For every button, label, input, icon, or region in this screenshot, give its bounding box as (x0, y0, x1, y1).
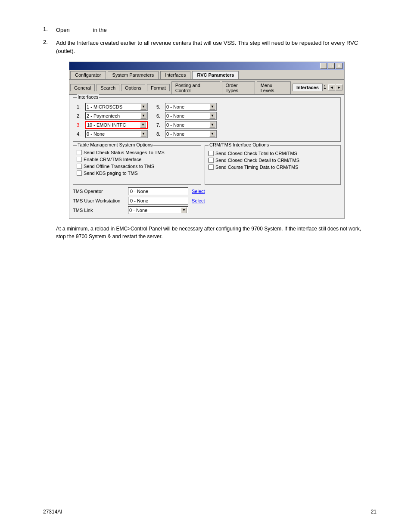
crm-checkbox-1-box[interactable] (209, 151, 214, 156)
tab-system-parameters[interactable]: System Parameters (108, 71, 159, 79)
iface-row-2: 2. 2 - Paymentech ▼ (77, 112, 148, 120)
tab-bar-row2: General Search Options Format Posting an… (69, 80, 344, 95)
crm-checkbox-2: Send Closed Check Detail to CRM/TMS (209, 158, 337, 163)
tms-checkbox-2-box[interactable] (77, 157, 82, 162)
dialog-titlebar: _ □ × (69, 62, 344, 70)
interfaces-right-col: 5. 0 - None ▼ 6. 0 - None (156, 103, 217, 138)
iface-select-4[interactable]: 0 - None ▼ (85, 130, 148, 138)
iface-select-6-value: 0 - None (166, 113, 184, 118)
iface-select-3-arrow[interactable]: ▼ (140, 122, 146, 128)
iface-select-1[interactable]: 1 - MICROSCDS ▼ (85, 103, 148, 111)
tms-link-select-arrow[interactable]: ▼ (181, 207, 187, 213)
tab-format[interactable]: Format (147, 84, 170, 91)
iface-row-4: 4. 0 - None ▼ (77, 130, 148, 138)
crm-options-group: CRM/TMS Interface Options Send Closed Ch… (205, 145, 341, 185)
crm-checkboxes-container: Send Closed Check Total to CRM/TMS Send … (209, 151, 337, 170)
nav-next-button[interactable]: ► (336, 84, 342, 90)
tms-options-label: Table Management System Options (77, 142, 153, 147)
crm-checkbox-1: Send Closed Check Total to CRM/TMS (209, 151, 337, 156)
crm-checkbox-2-label: Send Closed Check Detail to CRM/TMS (215, 158, 299, 163)
tms-link-row: TMS Link 0 - None ▼ (73, 206, 341, 214)
dialog-screenshot: _ □ × Configurator System Parameters Int… (56, 62, 377, 219)
tms-checkbox-1-box[interactable] (77, 150, 82, 155)
iface-select-8-value: 0 - None (166, 131, 184, 137)
iface-select-6-arrow[interactable]: ▼ (209, 113, 215, 119)
iface-select-3[interactable]: 10 - EMON INTFC ▼ (85, 121, 148, 129)
iface-select-2-value: 2 - Paymentech (87, 113, 120, 118)
iface-select-5-value: 0 - None (166, 104, 184, 109)
crm-checkbox-3-label: Send Course Timing Data to CRM/TMS (215, 165, 299, 170)
nav-prev-button[interactable]: ◄ (328, 84, 335, 90)
crm-checkbox-3-box[interactable] (209, 165, 214, 170)
maximize-button[interactable]: □ (328, 63, 335, 69)
iface-select-1-arrow[interactable]: ▼ (140, 104, 146, 110)
tms-checkbox-1-label: Send Check Status Messages To TMS (84, 150, 165, 155)
tms-checkbox-4-box[interactable] (77, 171, 82, 176)
tms-checkbox-2-label: Enable CRM/TMS Interface (84, 157, 142, 162)
tab-order-types[interactable]: Order Types (222, 81, 255, 94)
page: 1. Open in the 2. Add the Interface crea… (0, 0, 411, 532)
page-footer: 27314AI 21 (43, 509, 377, 515)
iface-select-8[interactable]: 0 - None ▼ (165, 130, 217, 138)
tms-operator-select-link[interactable]: Select (192, 189, 205, 194)
step-1-number: 1. (43, 26, 56, 32)
minimize-button[interactable]: _ (320, 63, 327, 69)
crm-checkbox-3: Send Course Timing Data to CRM/TMS (209, 165, 337, 170)
crm-options-label: CRM/TMS Interface Options (209, 142, 270, 147)
iface-select-6[interactable]: 0 - None ▼ (165, 112, 217, 120)
iface-select-5[interactable]: 0 - None ▼ (165, 103, 217, 111)
iface-num-4: 4. (77, 131, 84, 137)
tms-operator-input[interactable] (128, 187, 188, 195)
iface-row-1: 1. 1 - MICROSCDS ▼ (77, 103, 148, 111)
tab-menu-levels[interactable]: Menu Levels (257, 81, 291, 94)
tms-workstation-input[interactable] (128, 197, 188, 205)
page-footer-left: 27314AI (43, 509, 62, 515)
iface-select-7[interactable]: 0 - None ▼ (165, 121, 217, 129)
tab-rvc-parameters[interactable]: RVC Parameters (192, 71, 239, 79)
tms-checkbox-1: Send Check Status Messages To TMS (77, 150, 197, 155)
iface-select-4-value: 0 - None (87, 131, 105, 137)
iface-select-7-arrow[interactable]: ▼ (209, 122, 215, 128)
tms-link-label: TMS Link (73, 208, 125, 213)
iface-select-5-arrow[interactable]: ▼ (209, 104, 215, 110)
interfaces-group: Interfaces 1. 1 - MICROSCDS ▼ (73, 97, 341, 142)
iface-select-2[interactable]: 2 - Paymentech ▼ (85, 112, 148, 120)
tms-link-select-value: 0 - None (129, 208, 147, 213)
tab-search[interactable]: Search (97, 84, 119, 91)
tab-interfaces-row2[interactable]: Interfaces (293, 84, 323, 91)
tab-general[interactable]: General (70, 84, 95, 91)
iface-select-4-arrow[interactable]: ▼ (140, 131, 146, 137)
tms-checkbox-2: Enable CRM/TMS Interface (77, 157, 197, 162)
iface-row-5: 5. 0 - None ▼ (156, 103, 217, 111)
iface-num-1: 1. (77, 104, 84, 109)
interfaces-group-label: Interfaces (77, 94, 99, 100)
tab-number: 1 (324, 84, 326, 90)
step-1: 1. Open in the (43, 26, 377, 34)
step-1-text: Open in the (56, 26, 107, 34)
tab-configurator[interactable]: Configurator (70, 71, 106, 79)
step-2: 2. Add the Interface created earlier to … (43, 39, 377, 56)
iface-num-2: 2. (77, 113, 84, 118)
iface-select-8-arrow[interactable]: ▼ (209, 131, 215, 137)
tms-link-select[interactable]: 0 - None ▼ (128, 206, 188, 214)
iface-row-6: 6. 0 - None ▼ (156, 112, 217, 120)
tms-checkbox-3-box[interactable] (77, 164, 82, 169)
iface-select-2-arrow[interactable]: ▼ (140, 113, 146, 119)
tab-interfaces[interactable]: Interfaces (160, 71, 190, 79)
tms-workstation-select-link[interactable]: Select (192, 198, 205, 203)
interfaces-left-col: 1. 1 - MICROSCDS ▼ 2. 2 - Paymente (77, 103, 148, 138)
iface-row-3: 3. 10 - EMON INTFC ▼ (77, 121, 148, 129)
tms-left-panel: Table Management System Options Send Che… (73, 145, 201, 185)
tms-checkboxes-container: Send Check Status Messages To TMS Enable… (77, 150, 197, 176)
tab-posting-control[interactable]: Posting and Control (171, 81, 220, 94)
dialog-window: _ □ × Configurator System Parameters Int… (69, 62, 345, 219)
tms-operator-label: TMS Operator (73, 189, 125, 194)
iface-num-8: 8. (156, 131, 163, 137)
iface-num-7: 7. (156, 122, 163, 128)
iface-num-5: 5. (156, 104, 163, 109)
crm-checkbox-2-box[interactable] (209, 158, 214, 163)
tms-workstation-row: TMS User Workstation Select (73, 197, 341, 205)
iface-row-7: 7. 0 - None ▼ (156, 121, 217, 129)
tab-options[interactable]: Options (121, 84, 145, 91)
close-button[interactable]: × (336, 63, 342, 69)
